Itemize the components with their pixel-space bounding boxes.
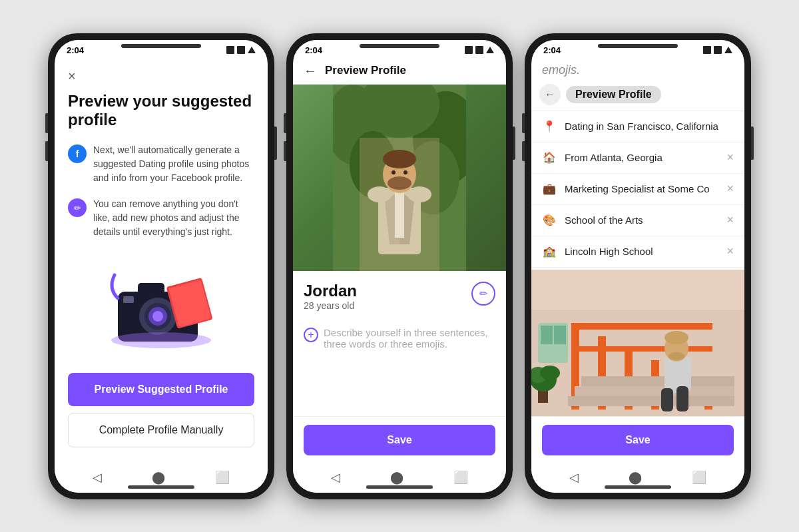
- status-bar-2: 2:04: [293, 40, 506, 58]
- nav-square-1[interactable]: ⬜: [215, 470, 230, 485]
- svg-point-24: [388, 176, 411, 190]
- save-bar-3: Save: [531, 416, 744, 463]
- battery-icon-3: [724, 47, 732, 53]
- signal-icon-2: [465, 46, 473, 54]
- list-item-hometown: 🏠 From Atlanta, Georgia ×: [531, 142, 744, 174]
- nav-square-2[interactable]: ⬜: [453, 470, 468, 485]
- remove-job-button[interactable]: ×: [726, 182, 734, 196]
- nav-square-3[interactable]: ⬜: [692, 470, 706, 485]
- svg-rect-21: [395, 191, 404, 238]
- close-button[interactable]: ×: [68, 69, 254, 84]
- svg-point-54: [540, 366, 560, 380]
- list-item-high-school: 🏫 Lincoln High School ×: [531, 236, 744, 268]
- bio-add-icon[interactable]: +: [304, 328, 318, 342]
- phone-3: 2:04 emojis. ← Preview Profile 📍 Dating …: [525, 33, 751, 499]
- nav-back-1[interactable]: ◁: [93, 470, 102, 485]
- remove-hometown-button[interactable]: ×: [726, 150, 734, 164]
- svg-rect-7: [123, 296, 134, 303]
- job-text: Marketing Specialist at Some Co: [565, 183, 718, 194]
- page-title-1: Preview your suggested profile: [68, 92, 254, 131]
- status-time-2: 2:04: [305, 45, 322, 55]
- nav-bar-1: ◁ ⬤ ⬜: [55, 463, 268, 493]
- camera-svg: [105, 262, 218, 348]
- svg-rect-40: [575, 386, 734, 396]
- back-button-2[interactable]: ←: [304, 63, 317, 79]
- phone-2: 2:04 ← Preview Profile: [286, 33, 513, 499]
- battery-icon-2: [486, 47, 494, 53]
- profile-name-age: Jordan 28 years old: [304, 282, 357, 311]
- remove-arts-button[interactable]: ×: [726, 213, 734, 227]
- signal-icon-3: [703, 46, 711, 54]
- status-time-1: 2:04: [67, 45, 84, 55]
- svg-rect-38: [571, 346, 712, 352]
- back-button-3[interactable]: ←: [539, 84, 561, 105]
- nav-back-btn-3[interactable]: ◁: [569, 470, 579, 485]
- wifi-icon-3: [714, 46, 722, 54]
- svg-point-10: [111, 332, 211, 348]
- nav-back-btn-2[interactable]: ◁: [331, 470, 340, 485]
- nav-bar-3: ◁ ⬤ ⬜: [531, 463, 744, 493]
- save-button-3[interactable]: Save: [542, 425, 734, 455]
- phone2-header: ← Preview Profile: [293, 58, 506, 85]
- svg-point-5: [152, 311, 163, 322]
- location-icon: 📍: [542, 119, 557, 134]
- status-icons-1: [226, 46, 256, 54]
- profile-photo: [293, 85, 506, 271]
- svg-point-44: [665, 331, 688, 344]
- bio-placeholder-text[interactable]: Describe yourself in three sentences, th…: [324, 327, 495, 350]
- profile-name-row: Jordan 28 years old ✏: [304, 282, 495, 311]
- school-icon: 🏫: [542, 244, 557, 259]
- info-text-2: You can remove anything you don't like, …: [93, 197, 254, 239]
- phone2-screen: ← Preview Profile: [293, 58, 506, 493]
- complete-profile-manually-button[interactable]: Complete Profile Manually: [68, 413, 254, 447]
- svg-rect-39: [568, 396, 734, 406]
- emojis-text: emojis.: [531, 58, 744, 80]
- battery-icon-1: [248, 47, 256, 53]
- nav-home-2[interactable]: ⬤: [390, 470, 403, 485]
- wifi-icon-1: [237, 46, 245, 54]
- signal-icon-1: [226, 46, 234, 54]
- svg-point-23: [383, 150, 416, 168]
- pencil-icon: ✏: [68, 198, 87, 217]
- svg-rect-50: [554, 326, 566, 344]
- phone1-screen: × Preview your suggested profile f Next,…: [55, 58, 268, 493]
- status-bar-3: 2:04: [531, 40, 744, 58]
- phone3-screen: emojis. ← Preview Profile 📍 Dating in Sa…: [531, 58, 744, 493]
- nav-home-1[interactable]: ⬤: [152, 470, 165, 485]
- list-item-location: 📍 Dating in San Francisco, California: [531, 111, 744, 142]
- phone2-header-title: Preview Profile: [325, 64, 406, 77]
- info-item-2: ✏ You can remove anything you don't like…: [68, 197, 254, 239]
- phone3-header: ← Preview Profile: [531, 80, 744, 111]
- save-bar-2: Save: [293, 416, 506, 463]
- camera-illustration: [68, 262, 254, 356]
- phone1-main-content: × Preview your suggested profile f Next,…: [55, 58, 268, 463]
- bio-input-row[interactable]: + Describe yourself in three sentences, …: [293, 319, 506, 358]
- svg-rect-37: [571, 323, 712, 330]
- status-bar-1: 2:04: [55, 40, 268, 58]
- svg-rect-49: [541, 326, 553, 344]
- info-item-1: f Next, we'll automatically generate a s…: [68, 143, 254, 185]
- svg-rect-46: [661, 388, 673, 411]
- info-list: 📍 Dating in San Francisco, California 🏠 …: [531, 111, 744, 270]
- profile-photo-svg: [333, 85, 466, 271]
- nav-bar-2: ◁ ⬤ ⬜: [293, 463, 506, 493]
- profile-info-section: Jordan 28 years old ✏: [293, 271, 506, 319]
- home-icon: 🏠: [542, 150, 557, 165]
- photo2-svg: [531, 270, 744, 416]
- remove-high-school-button[interactable]: ×: [726, 244, 734, 258]
- phone1-buttons: Preview Suggested Profile Complete Profi…: [68, 373, 254, 453]
- status-time-3: 2:04: [543, 45, 561, 55]
- svg-point-28: [407, 186, 431, 202]
- facebook-icon: f: [68, 144, 87, 163]
- edit-profile-button[interactable]: ✏: [471, 282, 495, 306]
- svg-rect-1: [138, 283, 164, 296]
- svg-point-45: [668, 352, 684, 360]
- location-text: Dating in San Francisco, California: [565, 121, 734, 132]
- preview-suggested-profile-button[interactable]: Preview Suggested Profile: [68, 373, 254, 406]
- save-button-2[interactable]: Save: [304, 425, 495, 455]
- high-school-text: Lincoln High School: [565, 246, 718, 257]
- svg-point-26: [403, 170, 407, 174]
- list-item-school-arts: 🎨 School of the Arts ×: [531, 205, 744, 236]
- nav-home-3[interactable]: ⬤: [629, 470, 642, 485]
- info-text-1: Next, we'll automatically generate a sug…: [93, 143, 254, 185]
